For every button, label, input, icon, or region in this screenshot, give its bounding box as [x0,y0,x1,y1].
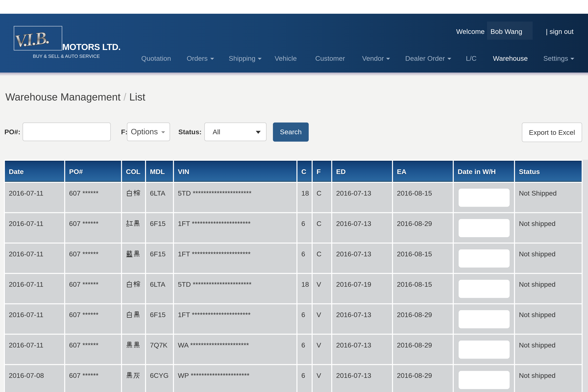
svg-text:V.I.B.: V.I.B. [14,28,50,51]
